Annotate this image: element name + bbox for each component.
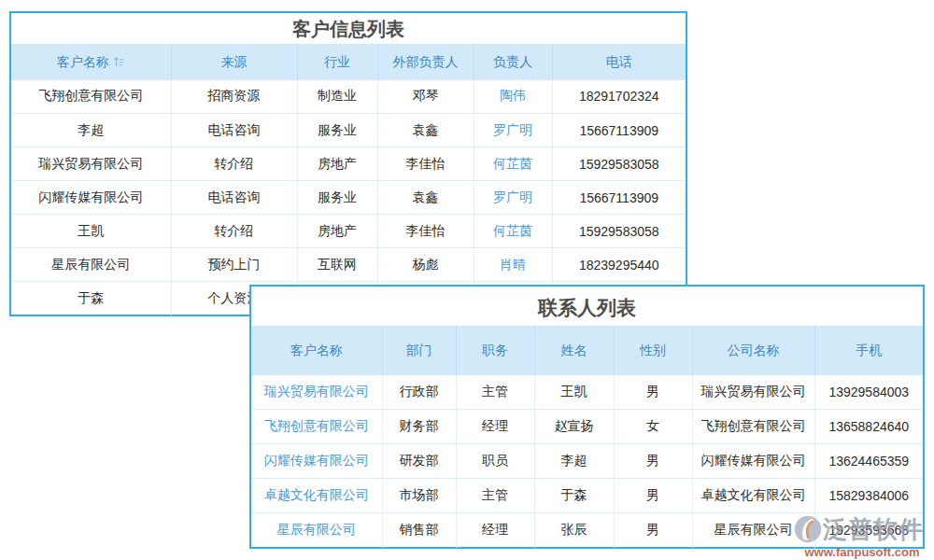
owner-link[interactable]: 何芷茵 [474, 215, 552, 248]
table-row: 飞翔创意有限公司 招商资源 制造业 邓琴 陶伟 18291702324 [11, 80, 686, 114]
column-header-company: 公司名称 [692, 327, 814, 375]
mobile-cell: 13929584003 [814, 375, 923, 410]
source-cell: 预约上门 [171, 248, 297, 282]
customer-name-cell: 星辰有限公司 [11, 248, 171, 282]
company-cell: 瑞兴贸易有限公司 [692, 375, 814, 410]
external-owner-cell: 袁鑫 [377, 181, 474, 215]
gender-cell: 女 [614, 410, 692, 444]
table-row: 瑞兴贸易有限公司 转介绍 房地产 李佳怡 何芷茵 15929583058 [11, 147, 686, 181]
table-row: 闪耀传媒有限公司 电话咨询 服务业 袁鑫 罗广明 15667113909 [11, 181, 686, 215]
position-cell: 主管 [456, 479, 534, 513]
gender-cell: 男 [614, 375, 692, 410]
column-header-external-owner: 外部负责人 [377, 45, 474, 80]
mobile-cell: 15829384006 [814, 479, 923, 513]
customer-list-title: 客户信息列表 [11, 13, 686, 44]
customer-name-cell: 李超 [11, 114, 171, 147]
customer-link[interactable]: 星辰有限公司 [251, 513, 382, 548]
department-cell: 销售部 [382, 513, 456, 548]
industry-cell: 房地产 [297, 215, 377, 248]
table-row: 李超 电话咨询 服务业 袁鑫 罗广明 15667113909 [11, 114, 686, 147]
customer-link[interactable]: 卓越文化有限公司 [251, 479, 382, 513]
customer-table: 客户名称 来源 行业 外部负责人 负责人 电话 飞翔创意有限公司 招商资源 制造… [11, 44, 686, 315]
phone-cell: 15929583058 [552, 215, 686, 248]
department-cell: 财务部 [382, 410, 456, 444]
external-owner-cell: 李佳怡 [377, 147, 474, 181]
mobile-cell: 13658824640 [814, 410, 923, 444]
customer-list-panel: 客户信息列表 客户名称 来源 行业 外部负责人 负责人 电话 飞翔创意有限公司 … [9, 11, 687, 316]
phone-cell: 15667113909 [552, 181, 686, 215]
position-cell: 经理 [456, 513, 534, 548]
table-row: 星辰有限公司 预约上门 互联网 杨彪 肖晴 18239295440 [11, 248, 686, 282]
company-cell: 卓越文化有限公司 [692, 479, 814, 513]
column-header-position: 职务 [456, 327, 534, 375]
phone-cell: 18239295440 [552, 248, 686, 282]
owner-link[interactable]: 罗广明 [474, 114, 552, 147]
industry-cell: 服务业 [297, 181, 377, 215]
contact-list-panel: 联系人列表 客户名称 部门 职务 姓名 性别 公司名称 手机 瑞兴贸易有限公司 … [249, 285, 925, 549]
column-header-mobile: 手机 [814, 327, 923, 375]
table-row: 王凯 转介绍 房地产 李佳怡 何芷茵 15929583058 [11, 215, 686, 248]
customer-link[interactable]: 飞翔创意有限公司 [251, 410, 382, 444]
sort-ascending-icon[interactable] [113, 56, 125, 68]
mobile-cell: 13624465359 [814, 444, 923, 479]
column-header-customer-name[interactable]: 客户名称 [11, 45, 171, 80]
column-header-label: 客户名称 [57, 54, 109, 69]
table-row: 卓越文化有限公司 市场部 主管 于森 男 卓越文化有限公司 1582938400… [251, 479, 923, 513]
mobile-cell: 19293593668 [814, 513, 923, 548]
customer-link[interactable]: 瑞兴贸易有限公司 [251, 375, 382, 410]
source-cell: 电话咨询 [171, 114, 297, 147]
department-cell: 行政部 [382, 375, 456, 410]
contact-list-title: 联系人列表 [251, 287, 923, 326]
external-owner-cell: 李佳怡 [377, 215, 474, 248]
name-cell: 张辰 [534, 513, 614, 548]
source-cell: 电话咨询 [171, 181, 297, 215]
column-header-phone: 电话 [552, 45, 686, 80]
source-cell: 转介绍 [171, 147, 297, 181]
position-cell: 职员 [456, 444, 534, 479]
customer-name-cell: 闪耀传媒有限公司 [11, 181, 171, 215]
source-cell: 转介绍 [171, 215, 297, 248]
customer-link[interactable]: 闪耀传媒有限公司 [251, 444, 382, 479]
phone-cell: 15667113909 [552, 114, 686, 147]
contact-table-header-row: 客户名称 部门 职务 姓名 性别 公司名称 手机 [251, 327, 923, 375]
industry-cell: 制造业 [297, 80, 377, 114]
name-cell: 李超 [534, 444, 614, 479]
phone-cell: 18291702324 [552, 80, 686, 114]
position-cell: 主管 [456, 375, 534, 410]
column-header-customer-name: 客户名称 [251, 327, 382, 375]
external-owner-cell: 袁鑫 [377, 114, 474, 147]
gender-cell: 男 [614, 479, 692, 513]
industry-cell: 互联网 [297, 248, 377, 282]
column-header-department: 部门 [382, 327, 456, 375]
department-cell: 市场部 [382, 479, 456, 513]
mobile-number: 19293593668 [828, 523, 909, 538]
customer-name-cell: 瑞兴贸易有限公司 [11, 147, 171, 181]
customer-name-cell: 王凯 [11, 215, 171, 248]
company-cell: 飞翔创意有限公司 [692, 410, 814, 444]
name-cell: 赵宣扬 [534, 410, 614, 444]
owner-link[interactable]: 陶伟 [474, 80, 552, 114]
external-owner-cell: 杨彪 [377, 248, 474, 282]
name-cell: 王凯 [534, 375, 614, 410]
department-cell: 研发部 [382, 444, 456, 479]
table-row: 闪耀传媒有限公司 研发部 职员 李超 男 闪耀传媒有限公司 1362446535… [251, 444, 923, 479]
industry-cell: 房地产 [297, 147, 377, 181]
customer-name-cell: 飞翔创意有限公司 [11, 80, 171, 114]
column-header-owner: 负责人 [474, 45, 552, 80]
phone-cell: 15929583058 [552, 147, 686, 181]
name-cell: 于森 [534, 479, 614, 513]
external-owner-cell: 邓琴 [377, 80, 474, 114]
column-header-source: 来源 [171, 45, 297, 80]
company-cell: 闪耀传媒有限公司 [692, 444, 814, 479]
owner-link[interactable]: 何芷茵 [474, 147, 552, 181]
column-header-industry: 行业 [297, 45, 377, 80]
position-cell: 经理 [456, 410, 534, 444]
company-cell: 星辰有限公司 [692, 513, 814, 548]
customer-table-header-row: 客户名称 来源 行业 外部负责人 负责人 电话 [11, 45, 686, 80]
customer-name-cell: 于森 [11, 282, 171, 315]
contact-table: 客户名称 部门 职务 姓名 性别 公司名称 手机 瑞兴贸易有限公司 行政部 主管… [251, 326, 923, 548]
table-row: 瑞兴贸易有限公司 行政部 主管 王凯 男 瑞兴贸易有限公司 1392958400… [251, 375, 923, 410]
owner-link[interactable]: 肖晴 [474, 248, 552, 282]
source-cell: 招商资源 [171, 80, 297, 114]
owner-link[interactable]: 罗广明 [474, 181, 552, 215]
